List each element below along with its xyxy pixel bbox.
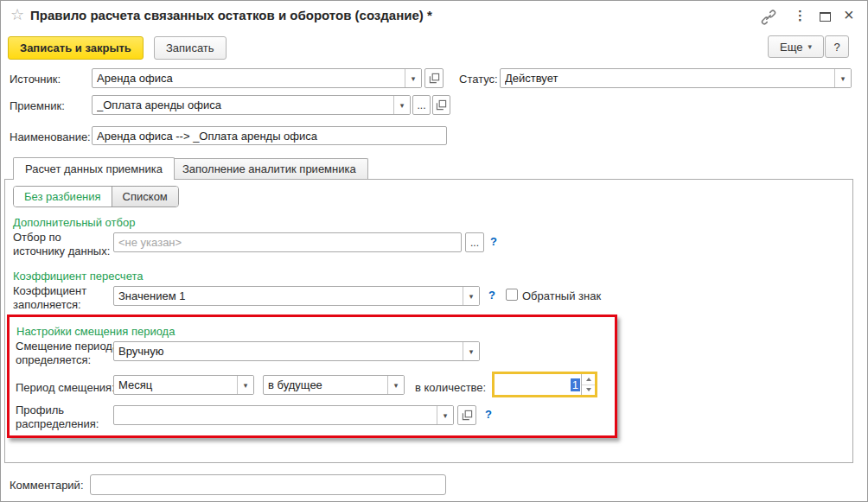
open-icon: [462, 410, 473, 421]
period-unit-field: ▾: [113, 375, 254, 395]
open-icon: [436, 99, 447, 111]
status-input[interactable]: [501, 69, 834, 87]
profile-label-line1: Профиль: [16, 404, 64, 416]
more-button[interactable]: Еще ▾: [768, 35, 824, 58]
spin-up-button[interactable]: [582, 374, 595, 385]
name-field: [92, 126, 447, 145]
count-label: в количестве:: [415, 381, 486, 394]
window-title: Правило расчета связанных остатков и обо…: [30, 8, 432, 22]
filter-label-line2: источнику данных:: [13, 245, 110, 257]
direction-input[interactable]: [264, 376, 387, 394]
count-value-field[interactable]: 1: [495, 374, 581, 395]
offset-label-line1: Смещение периода: [16, 340, 118, 353]
chevron-down-icon: ▾: [807, 42, 812, 51]
profile-field: ▾: [113, 405, 454, 425]
link-icon[interactable]: [761, 10, 776, 25]
offset-mode-field: ▾: [113, 341, 480, 361]
name-input[interactable]: [93, 127, 446, 144]
profile-help-link[interactable]: ?: [485, 408, 492, 421]
save-and-close-button[interactable]: Записать и закрыть: [8, 36, 144, 60]
period-label: Период смещения:: [16, 381, 115, 394]
receiver-choose-button[interactable]: ...: [412, 95, 431, 115]
source-open-button[interactable]: [424, 68, 444, 88]
source-dropdown-icon[interactable]: ▾: [405, 69, 421, 87]
offset-mode-input[interactable]: [114, 342, 463, 360]
filter-section-title: Дополнительный отбор: [13, 216, 135, 229]
coefficient-label-line1: Коэффициент: [13, 284, 86, 297]
coefficient-field: ▾: [113, 286, 480, 306]
direction-field: ▾: [263, 375, 405, 395]
status-field: ▾: [500, 68, 852, 88]
name-label: Наименование:: [10, 130, 91, 143]
receiver-dropdown-icon[interactable]: ▾: [393, 96, 410, 114]
save-button[interactable]: Записать: [154, 36, 227, 60]
receiver-open-button[interactable]: [432, 95, 450, 115]
filter-help-link[interactable]: ?: [490, 235, 497, 248]
help-button[interactable]: ?: [825, 35, 849, 58]
count-spinner: 1: [492, 372, 597, 397]
spin-up-icon: [586, 378, 591, 381]
profile-dropdown-icon[interactable]: ▾: [437, 406, 453, 424]
comment-field: [90, 474, 446, 495]
favorite-star-icon[interactable]: ☆: [10, 5, 24, 24]
coefficient-dropdown-icon[interactable]: ▾: [463, 287, 479, 305]
direction-dropdown-icon[interactable]: ▾: [387, 376, 404, 394]
maximize-icon[interactable]: [820, 12, 831, 22]
status-label: Статус:: [459, 73, 498, 86]
toggle-list[interactable]: Списком: [112, 187, 178, 207]
close-icon[interactable]: ×: [844, 5, 854, 25]
count-value: 1: [571, 378, 580, 391]
more-button-label: Еще: [780, 41, 802, 54]
filter-label-line1: Отбор по: [13, 231, 61, 244]
toggle-no-split[interactable]: Без разбиения: [14, 187, 112, 207]
tab-calc-receiver-data[interactable]: Расчет данных приемника: [13, 157, 175, 180]
comment-label: Комментарий:: [10, 479, 84, 492]
period-unit-input[interactable]: [114, 376, 237, 394]
filter-input[interactable]: [114, 233, 461, 251]
tab-fill-receiver-analytics[interactable]: Заполнение аналитик приемника: [170, 158, 368, 179]
spin-buttons: [581, 374, 595, 395]
open-icon: [429, 73, 440, 84]
spin-down-button[interactable]: [582, 385, 595, 396]
receiver-input[interactable]: [93, 96, 393, 114]
status-dropdown-icon[interactable]: ▾: [834, 69, 851, 87]
source-field: ▾: [92, 68, 422, 88]
window-menu-icon[interactable]: ⋮: [794, 8, 807, 23]
source-input[interactable]: [93, 69, 405, 87]
receiver-label: Приемник:: [10, 99, 65, 112]
filter-field: [113, 232, 462, 252]
profile-input[interactable]: [114, 406, 437, 424]
offset-label-line2: определяется:: [16, 353, 91, 366]
period-unit-dropdown-icon[interactable]: ▾: [237, 376, 253, 394]
source-label: Источник:: [10, 73, 61, 86]
reverse-sign-checkbox[interactable]: [506, 289, 518, 301]
offset-mode-dropdown-icon[interactable]: ▾: [463, 342, 479, 360]
offset-section-title: Настройки смещения периода: [16, 325, 175, 338]
receiver-field: ▾: [92, 95, 411, 115]
form-window: ☆ Правило расчета связанных остатков и о…: [0, 0, 868, 502]
profile-label-line2: распределения:: [16, 417, 99, 430]
filter-choose-button[interactable]: ...: [465, 232, 484, 252]
profile-open-button[interactable]: [457, 405, 476, 425]
coefficient-input[interactable]: [114, 287, 463, 305]
coefficient-label-line2: заполняется:: [13, 298, 81, 311]
coefficient-help-link[interactable]: ?: [488, 289, 495, 302]
coefficient-section-title: Коэффициент пересчета: [13, 270, 143, 283]
split-mode-toggle: Без разбиения Списком: [13, 186, 179, 207]
reverse-sign-label[interactable]: Обратный знак: [522, 289, 601, 302]
spin-down-icon: [586, 388, 591, 391]
comment-input[interactable]: [91, 475, 445, 494]
